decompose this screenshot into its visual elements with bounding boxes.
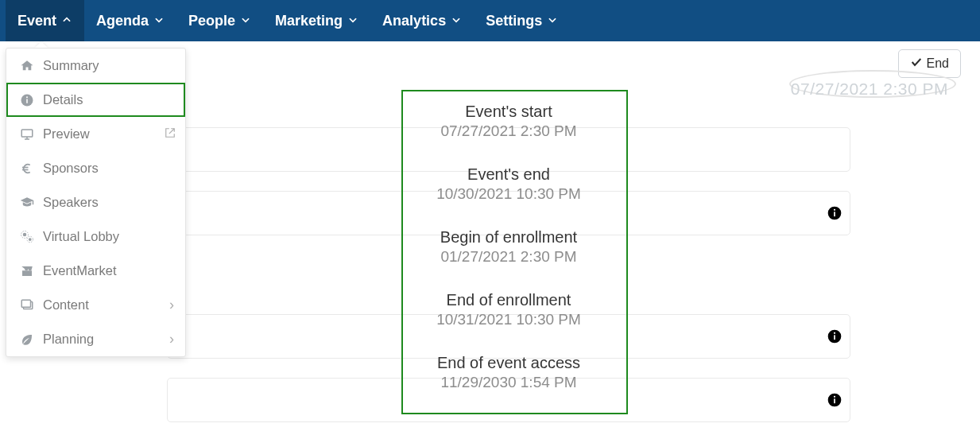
dd-content[interactable]: Content ›: [6, 288, 185, 322]
row-value: 11/29/2030 1:54 PM: [440, 374, 576, 391]
chevron-down-icon: [547, 13, 558, 29]
leaf-icon: [17, 332, 37, 347]
svg-point-10: [29, 238, 32, 241]
nav-event-label: Event: [17, 13, 56, 29]
date-row-enroll-begin: Begin of enrollment 01/27/2021 2:30 PM: [167, 216, 850, 278]
row-label: Event's end: [467, 165, 550, 184]
nav-marketing[interactable]: Marketing: [263, 0, 370, 41]
store-icon: [17, 264, 37, 278]
dd-content-label: Content: [43, 297, 89, 313]
chevron-down-icon: [451, 13, 462, 29]
dd-speakers[interactable]: Speakers: [6, 185, 185, 219]
home-icon: [17, 59, 37, 73]
svg-point-2: [26, 96, 28, 98]
dd-sponsors[interactable]: Sponsors: [6, 151, 185, 185]
nav-agenda-label: Agenda: [96, 13, 149, 29]
info-circle-icon: [17, 93, 37, 107]
check-icon: [910, 56, 923, 72]
grad-cap-icon: [17, 196, 37, 210]
end-button-label: End: [927, 56, 949, 71]
row-label: Begin of enrollment: [440, 228, 577, 247]
euro-icon: [17, 161, 37, 176]
nav-settings-label: Settings: [486, 13, 542, 29]
chevron-down-icon: [240, 13, 251, 29]
dd-eventmarket[interactable]: EventMarket: [6, 254, 185, 288]
svg-rect-3: [21, 130, 33, 137]
nav-analytics[interactable]: Analytics: [370, 0, 474, 41]
row-label: End of event access: [437, 354, 580, 372]
chevron-right-icon: ›: [169, 297, 174, 313]
date-row-start: Event's start 07/27/2021 2:30 PM: [167, 90, 850, 153]
dd-details[interactable]: Details: [6, 83, 185, 117]
dd-planning[interactable]: Planning ›: [6, 322, 185, 356]
dd-sponsors-label: Sponsors: [43, 161, 99, 176]
dd-preview-label: Preview: [43, 126, 90, 142]
dd-summary-label: Summary: [43, 58, 99, 73]
date-row-access-end: End of event access 11/29/2030 1:54 PM: [167, 341, 850, 404]
event-dates-list: Event's start 07/27/2021 2:30 PM Event's…: [167, 90, 850, 404]
svg-rect-1: [26, 99, 28, 103]
nav-marketing-label: Marketing: [275, 13, 343, 29]
row-value: 01/27/2021 2:30 PM: [440, 248, 576, 266]
dd-preview[interactable]: Preview: [6, 117, 185, 151]
nav-settings[interactable]: Settings: [474, 0, 570, 41]
chevron-down-icon: [347, 13, 358, 29]
dd-details-label: Details: [43, 92, 83, 107]
nav-people-label: People: [188, 13, 235, 29]
dropdown-arrow: [35, 41, 48, 48]
dd-virtual-lobby[interactable]: Virtual Lobby: [6, 219, 185, 254]
images-icon: [17, 298, 37, 313]
dd-speakers-label: Speakers: [43, 195, 99, 210]
nav-people[interactable]: People: [176, 0, 263, 41]
external-link-icon: [165, 126, 176, 142]
row-value: 07/27/2021 2:30 PM: [440, 122, 576, 140]
row-label: Event's start: [465, 103, 552, 121]
dd-summary[interactable]: Summary: [6, 49, 185, 83]
dd-eventmarket-label: EventMarket: [43, 263, 117, 278]
svg-rect-12: [22, 270, 32, 276]
gears-icon: [17, 230, 37, 244]
nav-event[interactable]: Event: [6, 0, 84, 41]
date-row-enroll-end: End of enrollment 10/31/2021 10:30 PM: [167, 278, 850, 341]
event-dropdown: Summary Details Preview Sponsors Speaker…: [6, 48, 186, 357]
chevron-right-icon: ›: [169, 331, 174, 348]
monitor-icon: [17, 127, 37, 142]
row-value: 10/30/2021 10:30 PM: [436, 185, 581, 203]
chevron-up-icon: [61, 13, 72, 29]
row-value: 10/31/2021 10:30 PM: [436, 311, 581, 328]
top-navbar: Event Agenda People Marketing Analytics …: [0, 0, 980, 41]
dd-virtual-lobby-label: Virtual Lobby: [43, 229, 119, 244]
row-label: End of enrollment: [447, 291, 571, 309]
nav-agenda[interactable]: Agenda: [84, 0, 176, 41]
chevron-down-icon: [153, 13, 165, 29]
nav-analytics-label: Analytics: [382, 13, 446, 29]
dd-planning-label: Planning: [43, 332, 94, 347]
svg-point-8: [23, 232, 27, 236]
date-row-end: Event's end 10/30/2021 10:30 PM: [167, 153, 850, 216]
svg-rect-14: [21, 300, 30, 307]
